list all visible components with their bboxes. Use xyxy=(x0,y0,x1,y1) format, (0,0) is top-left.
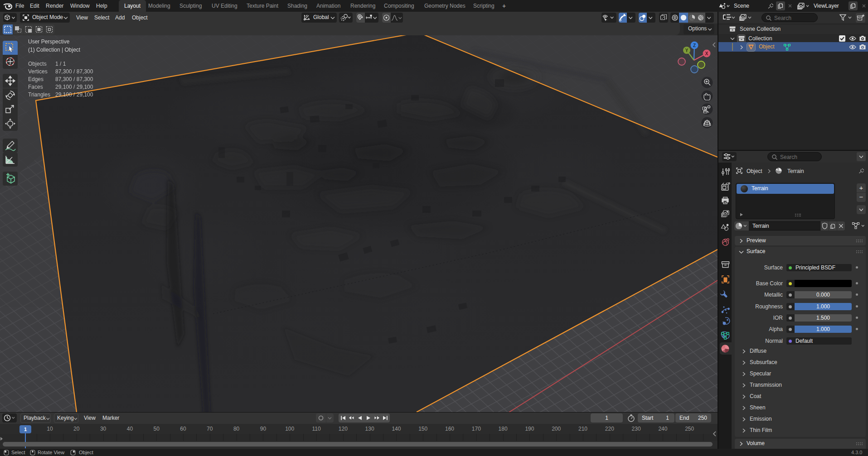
svg-text:Y: Y xyxy=(685,48,689,53)
svg-text:Z: Z xyxy=(693,43,696,48)
svg-text:X: X xyxy=(705,51,708,56)
